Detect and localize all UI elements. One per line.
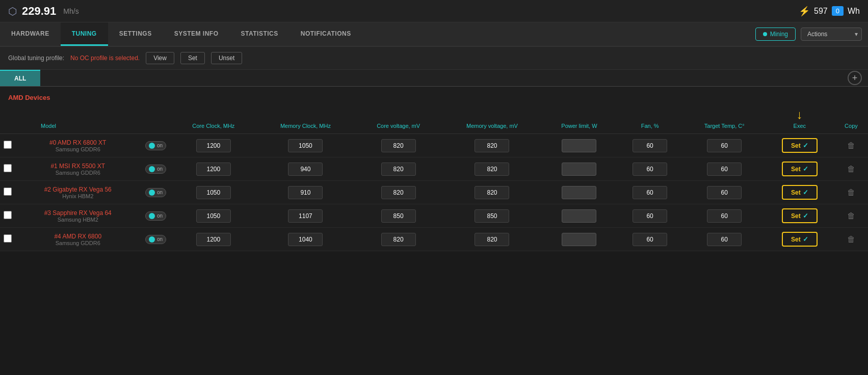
view-button[interactable]: View [146,52,174,64]
memory-clock-input-1[interactable] [288,163,323,176]
fan-input-3[interactable] [633,209,667,223]
row-checkbox-cell-1 [0,157,15,181]
delete-button-3[interactable]: 🗑 [845,209,857,223]
memory-voltage-cell-4 [442,228,543,251]
memory-clock-input-4[interactable] [288,233,323,246]
power-limit-input-4[interactable] [562,233,596,246]
core-clock-input-3[interactable] [196,209,231,223]
header-copy: Copy [834,104,868,134]
memory-voltage-cell-0 [442,134,543,157]
tab-notifications[interactable]: NOTIFICATIONS [290,22,362,46]
delete-button-4[interactable]: 🗑 [845,233,857,246]
core-voltage-input-0[interactable] [381,139,416,152]
core-voltage-input-1[interactable] [381,163,416,176]
toggle-switch-0[interactable]: on [145,141,166,150]
target-temp-input-1[interactable] [707,163,742,176]
memory-voltage-input-4[interactable] [475,233,509,246]
core-clock-input-4[interactable] [196,233,231,246]
core-clock-input-1[interactable] [196,163,231,176]
memory-clock-input-3[interactable] [288,209,323,223]
add-tab-button[interactable]: + [848,71,862,85]
delete-button-2[interactable]: 🗑 [845,186,857,199]
row-checkbox-3[interactable] [4,211,12,219]
toggle-cell-2: on [140,181,171,204]
model-name-1: #1 MSI RX 5500 XT [17,163,138,170]
power-limit-input-1[interactable] [562,163,596,176]
delete-button-0[interactable]: 🗑 [845,139,857,152]
model-sub-4: Samsung GDDR6 [17,240,138,246]
toggle-switch-3[interactable]: on [145,211,166,221]
target-temp-input-0[interactable] [707,139,742,152]
power-limit-input-2[interactable] [562,186,596,199]
core-clock-cell-0 [171,134,256,157]
model-cell-1: #1 MSI RX 5500 XT Samsung GDDR6 [15,157,140,181]
row-checkbox-1[interactable] [4,164,12,172]
set-profile-button[interactable]: Set [180,52,205,64]
fan-cell-1 [616,157,684,181]
target-temp-input-2[interactable] [707,186,742,199]
toggle-label-2: on [157,190,163,195]
tab-system-info[interactable]: SYSTEM INFO [163,22,230,46]
target-temp-input-4[interactable] [707,233,742,246]
set-button-4[interactable]: Set ✓ [782,232,818,247]
fan-input-2[interactable] [633,186,667,199]
set-button-2[interactable]: Set ✓ [782,185,818,200]
memory-clock-input-0[interactable] [288,139,323,152]
memory-voltage-input-3[interactable] [475,209,509,223]
toggle-switch-4[interactable]: on [145,235,166,244]
memory-voltage-input-2[interactable] [475,186,509,199]
memory-voltage-input-1[interactable] [475,163,509,176]
mining-button[interactable]: Mining [755,28,796,41]
fan-cell-4 [616,228,684,251]
toggle-indicator-3 [149,213,155,219]
power-limit-cell-4 [542,228,616,251]
model-cell-3: #3 Sapphire RX Vega 64 Samsung HBM2 [15,204,140,228]
memory-voltage-input-0[interactable] [475,139,509,152]
check-icon-4: ✓ [803,235,808,243]
profile-status: No OC profile is selected. [70,55,140,62]
set-button-0[interactable]: Set ✓ [782,138,818,153]
tab-all[interactable]: ALL [0,70,40,86]
row-checkbox-2[interactable] [4,188,12,196]
toggle-switch-2[interactable]: on [145,188,166,197]
hashrate-unit: Mh/s [63,7,78,15]
toggle-switch-1[interactable]: on [145,165,166,174]
copy-cell-2: 🗑 [834,181,868,204]
set-button-1[interactable]: Set ✓ [782,162,818,176]
tab-hardware[interactable]: HARDWARE [0,22,61,46]
memory-clock-cell-0 [256,134,355,157]
core-clock-input-0[interactable] [196,139,231,152]
fan-input-0[interactable] [633,139,667,152]
core-clock-cell-4 [171,228,256,251]
nav-bar: HARDWARE TUNING SETTINGS SYSTEM INFO STA… [0,22,868,47]
toggle-label-4: on [157,236,163,242]
tab-tuning[interactable]: TUNING [61,22,108,46]
memory-clock-input-2[interactable] [288,186,323,199]
exec-cell-2: Set ✓ [765,181,834,204]
power-icon: ⚡ [799,6,810,17]
row-checkbox-0[interactable] [4,141,12,149]
row-checkbox-4[interactable] [4,234,12,243]
set-button-3[interactable]: Set ✓ [782,208,818,223]
core-voltage-input-4[interactable] [381,233,416,246]
delete-button-1[interactable]: 🗑 [845,163,857,176]
ethereum-icon: ⬡ [8,5,17,17]
power-limit-input-0[interactable] [562,139,596,152]
core-voltage-input-3[interactable] [381,209,416,223]
core-clock-input-2[interactable] [196,186,231,199]
exec-arrow-indicator: ↓ [768,106,831,122]
tab-statistics[interactable]: STATISTICS [230,22,290,46]
toggle-indicator-2 [149,190,155,196]
tab-settings[interactable]: SETTINGS [108,22,163,46]
core-voltage-input-2[interactable] [381,186,416,199]
header-toggle-col [140,104,171,134]
unset-button[interactable]: Unset [211,52,242,64]
power-limit-input-3[interactable] [562,209,596,223]
fan-input-4[interactable] [633,233,667,246]
core-clock-cell-1 [171,157,256,181]
actions-select[interactable]: Actions [801,28,862,41]
target-temp-input-3[interactable] [707,209,742,223]
fan-cell-0 [616,134,684,157]
header-power-limit: Power limit, W [542,104,616,134]
fan-input-1[interactable] [633,163,667,176]
